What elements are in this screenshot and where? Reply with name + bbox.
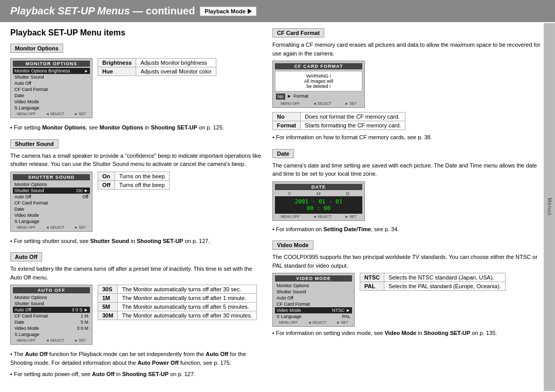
screen-row: S Language — [13, 105, 90, 111]
shutter-sound-table: On Turns on the beep Off Turns off the b… — [98, 172, 170, 190]
date-display: 2001 · 01 · 01 00 : 00 — [275, 196, 362, 214]
monitor-options-section: Monitor Options MONITOR OPTIONS Monitor … — [10, 44, 262, 132]
screen-row: Monitor Options — [13, 294, 90, 301]
table-row: Hue Adjusts overall Monitor color — [98, 67, 216, 76]
shutter-sound-screen: SHUTTER SOUND Monitor Options Shutter So… — [10, 172, 92, 232]
playback-mode-badge: Playback Mode — [200, 7, 256, 16]
screen-row: Date5 M — [13, 319, 90, 325]
screen-row: S Language — [13, 331, 90, 338]
auto-off-section: Auto Off To extend battery life the came… — [10, 252, 262, 379]
auto-off-title: Auto Off — [10, 252, 42, 262]
page-header: Playback SET-UP Menus — continued Playba… — [0, 0, 555, 22]
screen-footer: MENU OFF◄ SELECT► SET — [275, 215, 362, 218]
screen-row: CF Card Format — [13, 86, 90, 92]
page-subtitle: Playback SET-UP Menu items — [10, 28, 262, 38]
screen-row: Video ModeNTSC ► — [275, 307, 352, 313]
table-row: Format Starts formatting the CF memory c… — [273, 121, 405, 130]
auto-off-note-1: The Auto Off function for Playback mode … — [10, 350, 262, 367]
monitor-options-screen: MONITOR OPTIONS Monitor Options Brightne… — [10, 58, 92, 118]
play-triangle-icon — [248, 9, 252, 14]
table-row: 1M The Monitor automatically turns off a… — [98, 294, 257, 303]
shutter-sound-note: For setting shutter sound, see Shutter S… — [10, 237, 262, 246]
screen-row: Monitor Options Brightness► — [13, 68, 90, 74]
shutter-sound-title: Shutter Sound — [10, 139, 59, 148]
table-row: NTSC Selects the NTSC standard (Japan, U… — [360, 273, 506, 282]
screen-footer: MENU OFF◄ SELECT► SET — [275, 321, 352, 324]
table-row: On Turns on the beep — [98, 172, 170, 180]
menus-sidebar: Menus — [544, 23, 555, 391]
table-row: 30S The Monitor automatically turns off … — [98, 285, 257, 294]
date-section: Date The camera's date and time setting … — [272, 149, 545, 234]
monitor-options-title: Monitor Options — [10, 44, 63, 53]
screen-row: Auto Off3 0 S ► — [13, 307, 90, 313]
video-mode-screen: VIDEO MODE Monitor Options Shutter Sound… — [272, 273, 355, 327]
table-row: PAL Selects the PAL standard (Europe, Oc… — [360, 282, 506, 291]
monitor-options-table: Brightness Adjusts Monitor brightness Hu… — [98, 58, 216, 76]
screen-row: Date — [13, 206, 90, 212]
screen-footer: MENU OFF◄ SELECT► SET — [13, 226, 90, 229]
screen-footer: MENU OFF◄ SELECT► SET — [13, 339, 90, 342]
video-mode-note: For information on setting video mode, s… — [272, 329, 545, 338]
screen-row: Shutter Sound — [275, 289, 352, 295]
menus-label: Menus — [547, 198, 552, 216]
date-screen: DATE Y M D 2001 · 01 · 01 00 : 00 MENU O… — [272, 181, 365, 221]
screen-row: Video Mode3 0 M — [13, 325, 90, 331]
table-row: No Does not format the CF memory card. — [273, 113, 405, 121]
screen-row: Video Mode — [13, 99, 90, 105]
screen-row: Monitor Options — [13, 181, 90, 188]
cf-card-format-note: For information on how to format CF memo… — [272, 133, 545, 142]
video-mode-section: Video Mode The COOLPIX995 supports the t… — [272, 240, 545, 338]
screen-row: CF Card Format1 M — [13, 313, 90, 319]
screen-row: Date — [13, 92, 90, 99]
date-title: Date — [272, 149, 294, 158]
cf-card-format-screen: CF CARD FORMAT WARNING ! All images will… — [272, 61, 365, 108]
screen-row: CF Card Format — [275, 301, 352, 307]
cf-options: No ► Format — [275, 92, 362, 101]
screen-row: Auto Off — [275, 295, 352, 301]
monitor-options-note: For setting Monitor Options, see Monitor… — [10, 123, 262, 132]
screen-row: CF Card Format — [13, 200, 90, 206]
table-row: Off Turns off the beep — [98, 180, 170, 189]
screen-row: Shutter Sound — [13, 74, 90, 80]
screen-row: Auto OffOff — [13, 194, 90, 200]
screen-row: Monitor Options — [275, 283, 352, 289]
cf-card-format-table: No Does not format the CF memory card. F… — [272, 112, 405, 130]
screen-row: Shutter SoundOn ► — [13, 188, 90, 194]
table-row: 5M The Monitor automatically turns off a… — [98, 303, 257, 311]
screen-title: MONITOR OPTIONS — [13, 61, 90, 67]
table-row: Brightness Adjusts Monitor brightness — [98, 59, 216, 67]
main-content: Playback SET-UP Menu items Monitor Optio… — [0, 22, 555, 392]
left-column: Playback SET-UP Menu items Monitor Optio… — [10, 28, 262, 386]
auto-off-table: 30S The Monitor automatically turns off … — [98, 285, 257, 320]
screen-row: Auto Off — [13, 80, 90, 86]
header-title: Playback SET-UP Menus — continued — [10, 5, 195, 17]
right-column: CF Card Format Formatting a CF memory ca… — [272, 28, 545, 386]
cf-card-format-section: CF Card Format Formatting a CF memory ca… — [272, 28, 545, 142]
screen-row: S LanguagePAL — [275, 313, 352, 320]
table-row: 30M The Monitor automatically turns off … — [98, 311, 257, 320]
shutter-sound-section: Shutter Sound The camera has a small spe… — [10, 139, 262, 246]
cf-card-format-title: CF Card Format — [272, 28, 324, 38]
cf-warning: WARNING ! All images will be deleted ! — [275, 71, 362, 91]
screen-footer: MENU OFF◄ SELECT► SET — [275, 102, 362, 105]
screen-row: S Language — [13, 218, 90, 225]
date-note: For information on Setting Date/Time, se… — [272, 225, 545, 234]
screen-row: Video Mode — [13, 212, 90, 218]
screen-footer: MENU OFF◄ SELECT► SET — [13, 112, 90, 116]
screen-row: Shutter Sound — [13, 301, 90, 307]
video-mode-title: Video Mode — [272, 240, 313, 250]
auto-off-screen: AUTO OFF Monitor Options Shutter Sound A… — [10, 285, 92, 345]
video-mode-table: NTSC Selects the NTSC standard (Japan, U… — [360, 273, 506, 291]
auto-off-note-2: For setting auto power-off, see Auto Off… — [10, 370, 262, 379]
